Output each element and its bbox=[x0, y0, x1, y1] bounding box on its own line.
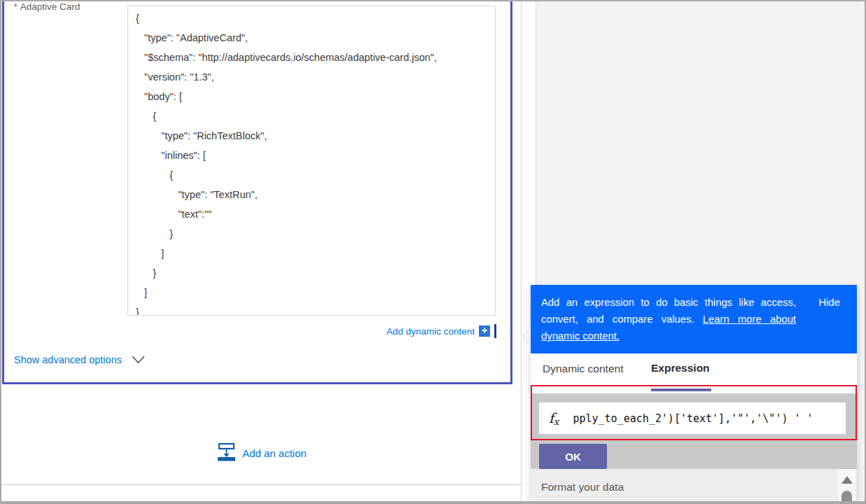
adaptive-card-field-label: *Adaptive Card bbox=[14, 1, 80, 12]
expression-input[interactable]: fx pply_to_each_2')['text'],'"','\"') ' … bbox=[539, 402, 846, 434]
canvas-divider-line bbox=[1, 484, 522, 485]
scroll-up-arrow-icon[interactable] bbox=[841, 476, 853, 484]
fx-icon: fx bbox=[549, 410, 559, 427]
adaptive-card-json-input[interactable]: { "type": "AdaptiveCard", "$schema": "ht… bbox=[127, 6, 496, 316]
expression-highlight-box: fx pply_to_each_2')['text'],'"','\"') ' … bbox=[531, 385, 857, 440]
pane-divider bbox=[521, 1, 522, 501]
add-action-row: Add an action bbox=[1, 442, 522, 464]
hide-button[interactable]: Hide bbox=[818, 296, 840, 308]
expression-banner: Add an expression to do basic things lik… bbox=[531, 285, 857, 354]
tab-dynamic-content[interactable]: Dynamic content bbox=[543, 363, 623, 375]
tab-expression[interactable]: Expression bbox=[651, 362, 710, 374]
add-dynamic-content-row: Add dynamic content + bbox=[127, 324, 496, 338]
chevron-down-icon[interactable] bbox=[132, 356, 145, 364]
callout-tabs: Dynamic content Expression bbox=[531, 354, 857, 385]
plus-icon[interactable]: + bbox=[479, 326, 490, 337]
scrollbar-thumb[interactable] bbox=[841, 491, 852, 503]
required-asterisk: * bbox=[14, 2, 18, 12]
format-your-data-label: Format your data bbox=[541, 481, 624, 493]
text-caret bbox=[494, 324, 496, 338]
footer-scrollbar[interactable] bbox=[839, 469, 855, 501]
show-advanced-options-button[interactable]: Show advanced options bbox=[14, 354, 122, 365]
banner-message: Add an expression to do basic things lik… bbox=[541, 294, 796, 344]
flow-editor-screen: *Adaptive Card { "type": "AdaptiveCard",… bbox=[0, 0, 866, 504]
field-label-text: Adaptive Card bbox=[20, 1, 81, 12]
ok-button[interactable]: OK bbox=[539, 444, 607, 469]
adaptive-card-json-value[interactable]: { "type": "AdaptiveCard", "$schema": "ht… bbox=[128, 6, 495, 316]
active-tab-underline bbox=[651, 388, 711, 391]
add-action-button[interactable]: Add an action bbox=[242, 447, 307, 459]
callout-footer: Format your data bbox=[531, 469, 857, 501]
show-advanced-options-row: Show advanced options bbox=[14, 354, 145, 365]
dynamic-content-callout: Add an expression to do basic things lik… bbox=[531, 285, 857, 501]
add-dynamic-content-button[interactable]: Add dynamic content bbox=[386, 326, 475, 337]
expression-value[interactable]: pply_to_each_2')['text'],'"','\"') ' ' bbox=[573, 412, 813, 425]
add-action-icon[interactable] bbox=[216, 442, 236, 464]
callout-beak bbox=[519, 326, 531, 349]
